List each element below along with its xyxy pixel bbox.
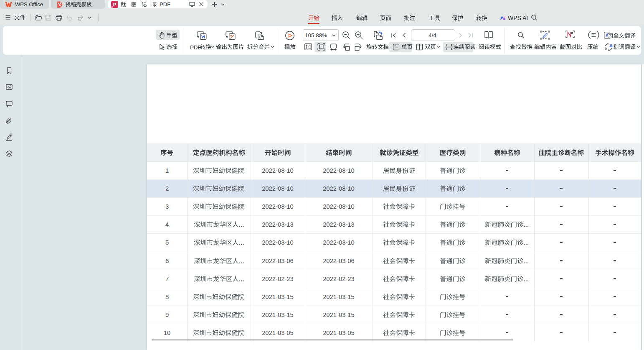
svg-text:1:1: 1:1	[305, 44, 312, 49]
svg-text:A: A	[609, 43, 613, 48]
svg-text:P: P	[113, 2, 117, 7]
